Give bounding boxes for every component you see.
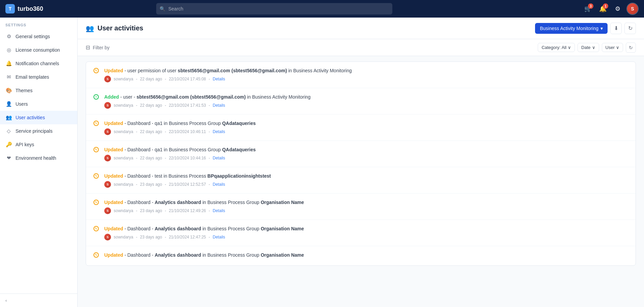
activity-meta: S sowndarya - 23 days ago - 21/10/2024 1… (104, 207, 629, 214)
collapse-icon: ‹ (5, 298, 7, 303)
sidebar-item-themes[interactable]: 🎨 Themes (0, 84, 77, 97)
sidebar-item-label: API keys (16, 142, 34, 147)
activity-details-link[interactable]: Details (213, 235, 225, 239)
activity-timeline: ✎ (93, 199, 100, 205)
general-settings-icon: ⚙ (5, 33, 12, 40)
activity-timeline: ✎ (93, 173, 100, 179)
settings-button[interactable]: ⚙ (612, 3, 624, 15)
activities-container: ✎ Updated - user permission of user sbte… (78, 56, 644, 307)
notification-icon: 🔔 (5, 60, 12, 67)
activity-user-name: sowndarya (114, 103, 133, 108)
alerts-button[interactable]: 🔔 1 (597, 3, 609, 15)
activity-details-link[interactable]: Details (213, 182, 225, 187)
activity-type-tag: Updated (104, 173, 123, 179)
activity-content: Updated - Dashboard - Analytics dashboar… (104, 225, 629, 240)
user-filter-label: User (606, 45, 615, 50)
page-title-icon: 👥 (86, 24, 94, 32)
license-icon: ◎ (5, 47, 12, 53)
activity-meta: S sowndarya - 22 days ago - 22/10/2024 1… (104, 155, 629, 161)
download-icon: ⬇ (614, 25, 618, 31)
activity-text: Updated - Dashboard - Analytics dashboar… (104, 252, 629, 259)
activity-type-tag: Updated (104, 200, 123, 205)
sidebar-item-notification-channels[interactable]: 🔔 Notification channels (0, 57, 77, 70)
sidebar: SETTINGS ⚙ General settings ◎ License co… (0, 18, 78, 307)
activity-item: ✎ Updated - Dashboard - Analytics dashbo… (86, 194, 636, 220)
filter-right: Category: All ∨ Date ∨ User ∨ ↻ (538, 43, 636, 53)
topnav-actions: 🛒 3 🔔 1 ⚙ S (582, 3, 639, 15)
filter-by-label: Filter by (93, 45, 110, 50)
activity-details-link[interactable]: Details (213, 129, 225, 134)
app-logo[interactable]: T turbo360 (5, 4, 59, 14)
activity-user-avatar: S (104, 128, 111, 135)
activity-details-link[interactable]: Details (213, 208, 225, 213)
activity-subject: QAdataqueries (222, 121, 256, 126)
sidebar-collapse-button[interactable]: ‹ (0, 293, 77, 307)
activity-meta: S sowndarya - 22 days ago - 22/10/2024 1… (104, 76, 629, 82)
activity-dot-updated: ✎ (93, 173, 99, 179)
activity-dot-updated: ✎ (93, 68, 99, 73)
sidebar-item-label: Notification channels (16, 61, 59, 66)
sidebar-item-general-settings[interactable]: ⚙ General settings (0, 30, 77, 43)
activity-dot-updated: ✎ (93, 252, 99, 258)
activity-datetime: 21/10/2024 12:49:26 (169, 208, 206, 213)
activity-dot-updated: ✎ (93, 226, 99, 231)
service-principals-icon: ◇ (5, 128, 12, 134)
activity-subject: Analytics dashboard (155, 200, 201, 205)
filter-icon: ⊟ (86, 44, 90, 51)
activity-datetime: 22/10/2024 10:44:16 (169, 156, 206, 160)
refresh-button[interactable]: ↻ (624, 23, 636, 34)
category-filter-dropdown[interactable]: Category: All ∨ (538, 43, 575, 52)
activity-time-ago: 23 days ago (140, 182, 162, 187)
activity-type-tag: Updated (104, 252, 123, 258)
activity-text: Updated - Dashboard - Analytics dashboar… (104, 225, 629, 232)
api-keys-icon: 🔑 (5, 141, 12, 148)
refresh-icon: ↻ (628, 25, 633, 31)
activity-user-avatar: S (104, 181, 111, 188)
user-avatar-button[interactable]: S (626, 3, 639, 15)
filter-refresh-icon: ↻ (629, 45, 633, 50)
activity-user-name: sowndarya (114, 156, 133, 160)
activity-user-name: sowndarya (114, 235, 133, 239)
logo-icon: T (5, 4, 15, 14)
sidebar-section-label: SETTINGS (0, 18, 77, 30)
activity-type-tag: Updated (104, 226, 123, 231)
bam-dropdown-button[interactable]: Business Activity Monitoring ▾ (535, 23, 608, 34)
activity-user-name: sowndarya (114, 77, 133, 81)
activity-timeline: ✎ (93, 146, 100, 152)
filter-bar: ⊟ Filter by Category: All ∨ Date ∨ User … (78, 39, 644, 56)
activity-details-link[interactable]: Details (213, 156, 225, 160)
user-filter-dropdown[interactable]: User ∨ (602, 43, 623, 52)
activity-type-tag: Updated (104, 121, 123, 126)
date-filter-dropdown[interactable]: Date ∨ (578, 43, 599, 52)
activity-text: Updated - Dashboard - test in Business P… (104, 173, 629, 180)
activity-content: Updated - Dashboard - test in Business P… (104, 173, 629, 188)
activity-item: ✎ Updated - Dashboard - test in Business… (86, 167, 636, 194)
activity-meta: S sowndarya - 22 days ago - 22/10/2024 1… (104, 128, 629, 135)
activity-dot-added: + (93, 94, 99, 100)
activities-card: ✎ Updated - user permission of user sbte… (86, 61, 636, 266)
activity-timeline: + (93, 94, 100, 100)
filter-refresh-button[interactable]: ↻ (626, 43, 636, 53)
search-input[interactable] (156, 3, 392, 15)
sidebar-item-email-templates[interactable]: ✉ Email templates (0, 70, 77, 84)
activity-subject: sbtest5656@gmail.com (sbtest5656@gmail.c… (137, 94, 246, 100)
download-button[interactable]: ⬇ (610, 23, 622, 34)
activity-subject: Analytics dashboard (155, 226, 201, 231)
sidebar-item-user-activities[interactable]: 👥 User activities (0, 111, 77, 124)
sidebar-item-label: Email templates (16, 74, 49, 80)
sidebar-item-environment-health[interactable]: ❤ Environment health (0, 151, 77, 165)
activity-item: ✎ Updated - Dashboard - qa1 in Business … (86, 114, 636, 141)
sidebar-item-api-keys[interactable]: 🔑 API keys (0, 138, 77, 151)
notifications-button[interactable]: 🛒 3 (582, 3, 594, 15)
activity-details-link[interactable]: Details (213, 77, 225, 81)
activity-timeline: ✎ (93, 120, 100, 126)
search-container: 🔍 (156, 3, 392, 15)
activity-content: Updated - Dashboard - Analytics dashboar… (104, 252, 629, 260)
sidebar-item-users[interactable]: 👤 Users (0, 97, 77, 111)
activity-details-link[interactable]: Details (213, 103, 225, 108)
activity-dot-updated: ✎ (93, 147, 99, 152)
sidebar-item-service-principals[interactable]: ◇ Service principals (0, 124, 77, 138)
sidebar-item-license-consumption[interactable]: ◎ License consumption (0, 43, 77, 57)
environment-health-icon: ❤ (5, 155, 12, 161)
search-icon: 🔍 (160, 6, 165, 11)
